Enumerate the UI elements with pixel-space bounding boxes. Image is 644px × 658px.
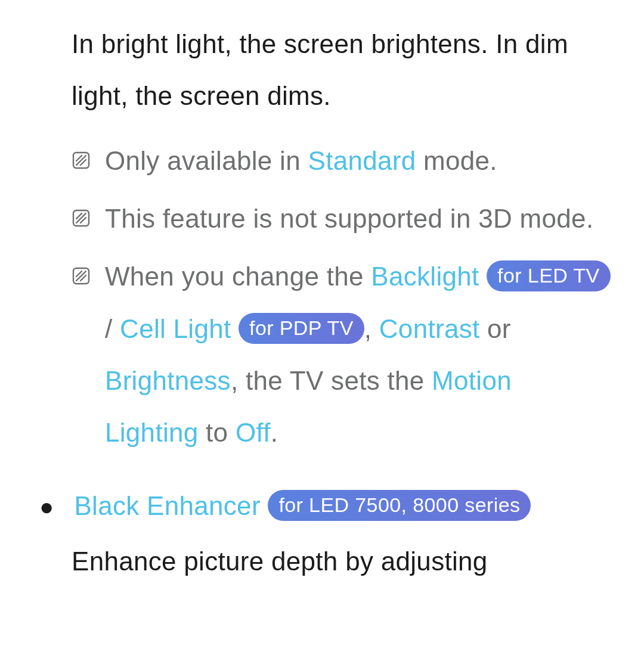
note-row-3: When you change the Backlight for LED TV… bbox=[72, 250, 611, 458]
note-row-2: This feature is not supported in 3D mode… bbox=[72, 193, 611, 244]
text: / bbox=[105, 314, 120, 343]
note-text-1: Only available in Standard mode. bbox=[105, 135, 611, 187]
text bbox=[261, 491, 268, 520]
text: Only available in bbox=[105, 146, 308, 175]
black-enhancer-desc: Enhance picture depth by adjusting bbox=[72, 535, 611, 587]
notes-block: Only available in Standard mode. This fe… bbox=[72, 135, 611, 458]
text: mode. bbox=[416, 146, 497, 175]
note-text-3: When you change the Backlight for LED TV… bbox=[105, 250, 611, 458]
term-contrast: Contrast bbox=[379, 314, 480, 343]
text: to bbox=[199, 418, 236, 447]
note-icon bbox=[72, 209, 91, 228]
heading-line: Black Enhancer for LED 7500, 8000 series bbox=[74, 480, 531, 532]
text: . bbox=[271, 418, 278, 447]
note-icon bbox=[72, 266, 91, 285]
term-black-enhancer: Black Enhancer bbox=[74, 491, 260, 520]
text: When you change the bbox=[105, 262, 371, 291]
term-cell-light: Cell Light bbox=[120, 314, 231, 343]
text: , bbox=[364, 314, 379, 343]
note-icon bbox=[72, 151, 91, 170]
intro-paragraph: In bright light, the screen brightens. I… bbox=[72, 18, 611, 122]
text: or bbox=[480, 314, 511, 343]
text bbox=[231, 314, 239, 343]
term-brightness: Brightness bbox=[105, 366, 231, 395]
note-text-2: This feature is not supported in 3D mode… bbox=[105, 193, 611, 244]
term-standard: Standard bbox=[308, 146, 416, 175]
text: , the TV sets the bbox=[231, 366, 432, 395]
bullet-icon: ● bbox=[39, 483, 54, 530]
term-off: Off bbox=[236, 418, 271, 447]
badge-led-tv: for LED TV bbox=[487, 260, 611, 291]
term-backlight: Backlight bbox=[371, 262, 479, 291]
manual-page: In bright light, the screen brightens. I… bbox=[0, 0, 644, 587]
black-enhancer-heading: ● Black Enhancer for LED 7500, 8000 seri… bbox=[39, 480, 611, 532]
note-row-1: Only available in Standard mode. bbox=[72, 135, 611, 187]
badge-pdp-tv: for PDP TV bbox=[239, 313, 364, 344]
badge-led-series: for LED 7500, 8000 series bbox=[268, 490, 531, 521]
